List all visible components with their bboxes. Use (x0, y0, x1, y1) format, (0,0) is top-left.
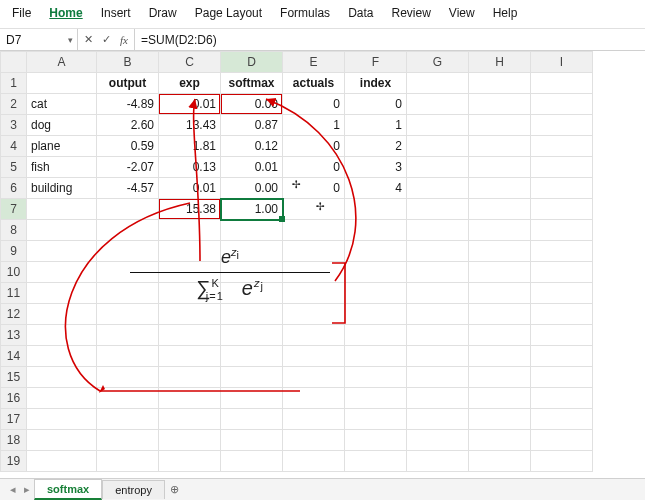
row-header-18[interactable]: 18 (1, 430, 27, 451)
ribbon-tab-file[interactable]: File (12, 6, 31, 20)
row-header-11[interactable]: 11 (1, 283, 27, 304)
sheet-nav-prev-icon[interactable]: ◂ (6, 483, 20, 496)
cell-G1[interactable] (407, 73, 469, 94)
cell-E1[interactable]: actuals (283, 73, 345, 94)
cell-G4[interactable] (407, 136, 469, 157)
cell-C6[interactable]: 0.01 (159, 178, 221, 199)
fx-icon[interactable]: fx (116, 34, 132, 46)
cell-A2[interactable]: cat (27, 94, 97, 115)
cell-I3[interactable] (531, 115, 593, 136)
cell-B2[interactable]: -4.89 (97, 94, 159, 115)
ribbon-tab-view[interactable]: View (449, 6, 475, 20)
row-header-16[interactable]: 16 (1, 388, 27, 409)
cell-F6[interactable]: 4 (345, 178, 407, 199)
row-header-13[interactable]: 13 (1, 325, 27, 346)
cell-H5[interactable] (469, 157, 531, 178)
cell-A1[interactable] (27, 73, 97, 94)
cell-D3[interactable]: 0.87 (221, 115, 283, 136)
row-header-12[interactable]: 12 (1, 304, 27, 325)
col-header-E[interactable]: E (283, 52, 345, 73)
row-header-15[interactable]: 15 (1, 367, 27, 388)
cell-A6[interactable]: building (27, 178, 97, 199)
cell-G2[interactable] (407, 94, 469, 115)
add-sheet-icon[interactable]: ⊕ (165, 483, 185, 496)
cell-B3[interactable]: 2.60 (97, 115, 159, 136)
row-header-17[interactable]: 17 (1, 409, 27, 430)
cell-I4[interactable] (531, 136, 593, 157)
cell-H4[interactable] (469, 136, 531, 157)
cell-F3[interactable]: 1 (345, 115, 407, 136)
cell-A4[interactable]: plane (27, 136, 97, 157)
row-header-9[interactable]: 9 (1, 241, 27, 262)
col-header-H[interactable]: H (469, 52, 531, 73)
cell-C7[interactable]: 15.38 (159, 199, 221, 220)
cell-I6[interactable] (531, 178, 593, 199)
cell-C5[interactable]: 0.13 (159, 157, 221, 178)
cell-H3[interactable] (469, 115, 531, 136)
cell-F1[interactable]: index (345, 73, 407, 94)
cell-G5[interactable] (407, 157, 469, 178)
cell-C2[interactable]: 0.01 (159, 94, 221, 115)
cell-H7[interactable] (469, 199, 531, 220)
cell-G7[interactable] (407, 199, 469, 220)
cell-B5[interactable]: -2.07 (97, 157, 159, 178)
cell-D4[interactable]: 0.12 (221, 136, 283, 157)
cell-F7[interactable] (345, 199, 407, 220)
namebox-dropdown-icon[interactable]: ▾ (68, 35, 73, 45)
col-header-D[interactable]: D (221, 52, 283, 73)
cell-F4[interactable]: 2 (345, 136, 407, 157)
cell-E7[interactable] (283, 199, 345, 220)
row-header-4[interactable]: 4 (1, 136, 27, 157)
col-header-F[interactable]: F (345, 52, 407, 73)
name-box[interactable]: D7 ▾ (0, 29, 78, 50)
cell-E6[interactable]: 0 (283, 178, 345, 199)
cell-I7[interactable] (531, 199, 593, 220)
ribbon-tab-formulas[interactable]: Formulas (280, 6, 330, 20)
sheet-tab-softmax[interactable]: softmax (34, 479, 102, 500)
cell-B7[interactable] (97, 199, 159, 220)
cell-B1[interactable]: output (97, 73, 159, 94)
row-header-3[interactable]: 3 (1, 115, 27, 136)
cell-G6[interactable] (407, 178, 469, 199)
cancel-icon[interactable]: ✕ (80, 33, 96, 46)
cell-A5[interactable]: fish (27, 157, 97, 178)
cell-E3[interactable]: 1 (283, 115, 345, 136)
sheet-nav-next-icon[interactable]: ▸ (20, 483, 34, 496)
row-header-19[interactable]: 19 (1, 451, 27, 472)
cell-I1[interactable] (531, 73, 593, 94)
cell-E2[interactable]: 0 (283, 94, 345, 115)
cell-H1[interactable] (469, 73, 531, 94)
cell-B6[interactable]: -4.57 (97, 178, 159, 199)
row-header-2[interactable]: 2 (1, 94, 27, 115)
row-header-6[interactable]: 6 (1, 178, 27, 199)
ribbon-tab-review[interactable]: Review (391, 6, 430, 20)
cell-D5[interactable]: 0.01 (221, 157, 283, 178)
cell-F2[interactable]: 0 (345, 94, 407, 115)
cell-D1[interactable]: softmax (221, 73, 283, 94)
cell-C1[interactable]: exp (159, 73, 221, 94)
cell-C3[interactable]: 13.43 (159, 115, 221, 136)
cell-A3[interactable]: dog (27, 115, 97, 136)
col-header-G[interactable]: G (407, 52, 469, 73)
col-header-I[interactable]: I (531, 52, 593, 73)
cell-I2[interactable] (531, 94, 593, 115)
ribbon-tab-draw[interactable]: Draw (149, 6, 177, 20)
ribbon-tab-insert[interactable]: Insert (101, 6, 131, 20)
cell-I5[interactable] (531, 157, 593, 178)
row-header-10[interactable]: 10 (1, 262, 27, 283)
col-header-C[interactable]: C (159, 52, 221, 73)
cell-E5[interactable]: 0 (283, 157, 345, 178)
row-header-5[interactable]: 5 (1, 157, 27, 178)
row-header-1[interactable]: 1 (1, 73, 27, 94)
col-header-B[interactable]: B (97, 52, 159, 73)
cell-B4[interactable]: 0.59 (97, 136, 159, 157)
cell-E4[interactable]: 0 (283, 136, 345, 157)
ribbon-tab-pagelayout[interactable]: Page Layout (195, 6, 262, 20)
cell-C4[interactable]: 1.81 (159, 136, 221, 157)
sheet-tab-entropy[interactable]: entropy (102, 480, 165, 499)
accept-icon[interactable]: ✓ (98, 33, 114, 46)
cell-D7[interactable]: 1.00 (221, 199, 283, 220)
col-header-A[interactable]: A (27, 52, 97, 73)
cell-G3[interactable] (407, 115, 469, 136)
formula-input[interactable]: =SUM(D2:D6) (135, 29, 645, 50)
